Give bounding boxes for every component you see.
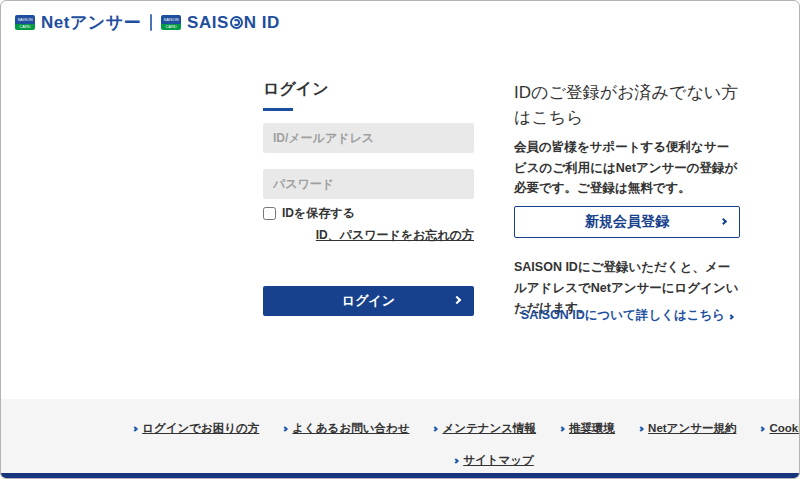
net-answer-wordmark: Netアンサー (41, 11, 141, 34)
footer-bottom-strip (1, 473, 799, 478)
login-button[interactable]: ログイン (263, 286, 474, 316)
footer-link-maintenance-info[interactable]: メンテナンス情報 (433, 421, 536, 436)
footer-link-cookie[interactable]: Cookieについて (760, 421, 800, 436)
footer-link-label: Netアンサー規約 (648, 421, 736, 436)
saison-id-details-link[interactable]: SAISON IDについて詳しくはこちら (514, 307, 740, 324)
footer-link-label: ログインでお困りの方 (142, 421, 259, 436)
saison-id-wordmark-post: N ID (244, 13, 280, 33)
footer-link-login-help[interactable]: ログインでお困りの方 (133, 421, 259, 436)
chevron-right-icon (282, 426, 288, 432)
chevron-right-icon (638, 426, 644, 432)
chevron-right-icon (433, 426, 439, 432)
saison-id-details-label: SAISON IDについて詳しくはこちら (521, 308, 725, 322)
saison-id-logo[interactable]: SAISON CARD SAISN ID (161, 13, 280, 33)
register-heading: IDのご登録がお済みでない方はこちら (514, 81, 740, 130)
footer-link-label: メンテナンス情報 (442, 421, 536, 436)
chevron-right-icon (453, 296, 461, 304)
saison-card-badge-icon: SAISON CARD (161, 15, 181, 30)
password-input[interactable] (263, 169, 474, 199)
badge-saison-label: SAISON (15, 15, 35, 24)
login-button-label: ログイン (342, 292, 395, 310)
save-id-label: IDを保存する (282, 205, 355, 222)
footer-link-recommended-environment[interactable]: 推奨環境 (560, 421, 615, 436)
chevron-right-icon (559, 426, 565, 432)
login-section: ログイン IDを保存する ID、パスワードをお忘れの方 ログイン (263, 79, 474, 111)
footer-link-sitemap[interactable]: サイトマップ (454, 453, 534, 468)
net-answer-logo[interactable]: SAISON CARD Netアンサー (15, 11, 141, 34)
footer-link-label: Cookieについて (769, 421, 800, 436)
save-id-row[interactable]: IDを保存する (263, 205, 355, 222)
new-member-register-label: 新規会員登録 (585, 213, 669, 231)
chevron-right-icon (132, 426, 138, 432)
register-description: 会員の皆様をサポートする便利なサービスのご利用にはNetアンサーの登録が必要です… (514, 137, 740, 199)
footer-link-label: 推奨環境 (569, 421, 615, 436)
badge-card-label: CARD (161, 24, 181, 30)
forgot-id-password-link[interactable]: ID、パスワードをお忘れの方 (316, 227, 474, 244)
footer-link-faq[interactable]: よくあるお問い合わせ (283, 421, 409, 436)
footer-link-label: サイトマップ (463, 453, 534, 468)
chevron-right-icon (728, 314, 734, 320)
logo-divider (150, 14, 152, 31)
chevron-right-icon (453, 458, 459, 464)
chevron-right-icon (760, 426, 766, 432)
chevron-right-icon (720, 218, 727, 225)
badge-saison-label: SAISON (161, 15, 181, 24)
badge-card-label: CARD (15, 24, 35, 30)
saison-id-o-icon (230, 16, 243, 29)
login-title-underline (263, 108, 293, 111)
login-title: ログイン (263, 79, 474, 100)
footer-link-label: よくあるお問い合わせ (292, 421, 409, 436)
footer-nav: ログインでお困りの方 よくあるお問い合わせ メンテナンス情報 推奨環境 Netア… (197, 421, 791, 436)
save-id-checkbox[interactable] (263, 207, 276, 220)
id-email-input[interactable] (263, 123, 474, 153)
footer-nav-row2: サイトマップ (197, 453, 791, 468)
footer-link-net-answer-terms[interactable]: Netアンサー規約 (639, 421, 736, 436)
saison-id-wordmark: SAISN ID (187, 13, 280, 33)
saison-id-wordmark-pre: SAIS (187, 13, 229, 33)
register-section: IDのご登録がお済みでない方はこちら 会員の皆様をサポートする便利なサービスのご… (514, 81, 740, 130)
new-member-register-button[interactable]: 新規会員登録 (514, 206, 740, 238)
footer: ログインでお困りの方 よくあるお問い合わせ メンテナンス情報 推奨環境 Netア… (1, 399, 799, 478)
header: SAISON CARD Netアンサー SAISON CARD SAISN ID (15, 11, 280, 34)
saison-card-badge-icon: SAISON CARD (15, 15, 35, 30)
login-page: SAISON CARD Netアンサー SAISON CARD SAISN ID… (0, 0, 800, 479)
